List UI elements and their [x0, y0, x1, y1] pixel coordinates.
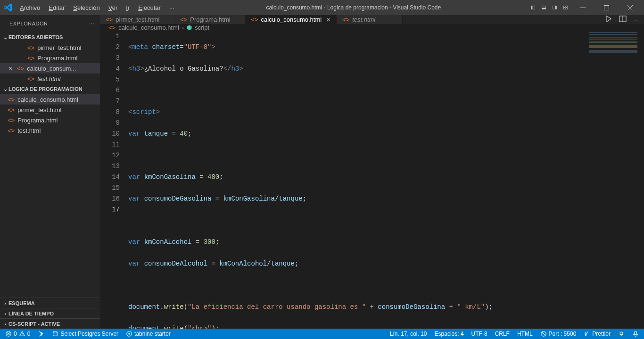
breadcrumb-symbol: script [195, 24, 209, 31]
line-gutter: 1234567891011121314151617 [100, 31, 128, 329]
status-problems[interactable]: 0 0 [4, 331, 32, 337]
status-bell-icon[interactable] [631, 331, 640, 337]
project-file-item[interactable]: <>pirmer_test.html [0, 105, 100, 115]
chevron-down-icon: ⌄ [2, 34, 8, 40]
open-editor-item[interactable]: ×<>pirmer_test.html [0, 42, 100, 53]
timeline-section[interactable]: ›LÍNEA DE TIEMPO [0, 308, 100, 318]
csscript-section[interactable]: ›CS-SCRIPT - ACTIVE [0, 318, 100, 329]
file-name: Programa.html [17, 117, 100, 124]
open-editors-section[interactable]: ⌄ EDITORES ABIERTOS [0, 32, 100, 42]
minimap-content [589, 32, 637, 53]
window-controls [529, 0, 640, 15]
breadcrumb[interactable]: <> calculo_consumo.html › ⬢ script [100, 24, 644, 31]
breadcrumb-separator-icon: › [182, 24, 184, 31]
svg-point-16 [22, 335, 22, 335]
svg-rect-11 [604, 5, 609, 10]
title-bar: Archivo Editar Selección Ver Ir Ejecutar… [0, 0, 644, 15]
project-file-item[interactable]: <>test.html [0, 125, 100, 136]
svg-rect-3 [542, 8, 546, 9]
open-editor-item[interactable]: ×<>calculo_consum... [0, 63, 100, 73]
menu-bar: Archivo Editar Selección Ver Ir Ejecutar… [16, 2, 178, 13]
layout-primary-icon[interactable] [529, 4, 537, 12]
html-file-icon: <> [106, 16, 113, 23]
chevron-down-icon: ⌄ [2, 86, 8, 92]
status-live-server-icon[interactable] [36, 331, 46, 337]
tab-label: test.html [352, 16, 375, 23]
svg-rect-10 [580, 8, 586, 8]
breadcrumb-file: calculo_consumo.html [118, 24, 179, 31]
layout-panel-icon[interactable] [540, 4, 548, 12]
file-name: test.html [37, 75, 100, 82]
status-postgres[interactable]: Select Postgres Server [50, 331, 120, 337]
tab-label: calculo_consumo.html [261, 16, 322, 23]
split-editor-icon[interactable] [619, 15, 627, 24]
more-actions-icon[interactable]: ··· [633, 16, 638, 23]
layout-secondary-icon[interactable] [551, 4, 559, 12]
menu-go[interactable]: Ir [122, 2, 133, 13]
status-spaces[interactable]: Espacios: 4 [433, 331, 465, 337]
open-editor-item[interactable]: ×<>test.html [0, 73, 100, 84]
project-file-item[interactable]: <>calculo_consumo.html [0, 94, 100, 105]
project-file-item[interactable]: <>Programa.html [0, 115, 100, 125]
tab[interactable]: <>calculo_consumo.html× [245, 15, 337, 24]
status-feedback-icon[interactable] [617, 331, 626, 337]
window-title: calculo_consumo.html - Logica de program… [178, 4, 529, 11]
project-section[interactable]: ⌄ LOGICA DE PROGRAMACION [0, 84, 100, 94]
menu-selection[interactable]: Selección [69, 2, 103, 13]
html-file-icon: <> [27, 55, 34, 62]
file-name: pirmer_test.html [17, 106, 100, 113]
svg-rect-1 [531, 6, 533, 9]
customize-layout-icon[interactable] [561, 4, 570, 12]
close-icon[interactable]: × [7, 65, 14, 72]
outline-section[interactable]: ›ESQUEMA [0, 298, 100, 308]
tabs-row: <>pirmer_test.html× <>Programa.html× <>c… [100, 15, 644, 24]
open-editor-item[interactable]: ×<>Programa.html [0, 53, 100, 63]
svg-point-17 [53, 331, 58, 333]
status-tabnine[interactable]: tabnine starter [124, 331, 172, 337]
explorer-header: EXPLORADOR ··· [0, 15, 100, 32]
tab-label: pirmer_test.html [116, 16, 159, 23]
svg-point-21 [620, 332, 623, 335]
tab-label: Programa.html [190, 16, 230, 23]
status-prettier[interactable]: Prettier [582, 331, 612, 337]
svg-rect-8 [564, 8, 565, 9]
html-file-icon: <> [17, 65, 24, 72]
tab[interactable]: <>pirmer_test.html× [100, 15, 174, 24]
menu-run[interactable]: Ejecutar [134, 2, 165, 13]
code-content[interactable]: <meta charset="UTF-8"> <h3>¿Alcohol o Ga… [128, 31, 587, 329]
html-file-icon: <> [8, 106, 15, 113]
html-file-icon: <> [108, 24, 116, 31]
svg-rect-6 [564, 6, 565, 8]
html-file-icon: <> [8, 96, 15, 103]
svg-rect-9 [566, 8, 567, 9]
svg-rect-7 [566, 6, 567, 8]
status-encoding[interactable]: UTF-8 [470, 331, 489, 337]
tab[interactable]: <>test.html× [337, 15, 403, 24]
file-name: Programa.html [37, 55, 100, 62]
menu-edit[interactable]: Editar [45, 2, 68, 13]
menu-more[interactable]: ··· [165, 2, 178, 13]
maximize-button[interactable] [596, 0, 617, 15]
status-eol[interactable]: CRLF [494, 331, 511, 337]
chevron-right-icon: › [2, 321, 8, 327]
minimap[interactable] [587, 31, 644, 329]
html-file-icon: <> [251, 16, 258, 23]
menu-file[interactable]: Archivo [16, 2, 44, 13]
html-file-icon: <> [8, 117, 15, 124]
close-icon[interactable]: × [326, 16, 330, 24]
status-language[interactable]: HTML [516, 331, 534, 337]
tab[interactable]: <>Programa.html× [174, 15, 245, 24]
html-file-icon: <> [342, 16, 349, 23]
status-port[interactable]: Port : 5500 [539, 331, 578, 337]
editor-area: <>pirmer_test.html× <>Programa.html× <>c… [100, 15, 644, 329]
file-name: calculo_consum... [27, 65, 100, 72]
editor-body[interactable]: 1234567891011121314151617 <meta charset=… [100, 31, 644, 329]
run-icon[interactable] [605, 15, 612, 24]
status-cursor[interactable]: Lín. 17, col. 10 [388, 331, 429, 337]
minimize-button[interactable] [572, 0, 593, 15]
menu-view[interactable]: Ver [105, 2, 122, 13]
vscode-logo-icon [4, 3, 12, 12]
explorer-actions-icon[interactable]: ··· [89, 21, 94, 26]
close-window-button[interactable] [619, 0, 640, 15]
file-name: test.html [17, 127, 100, 134]
